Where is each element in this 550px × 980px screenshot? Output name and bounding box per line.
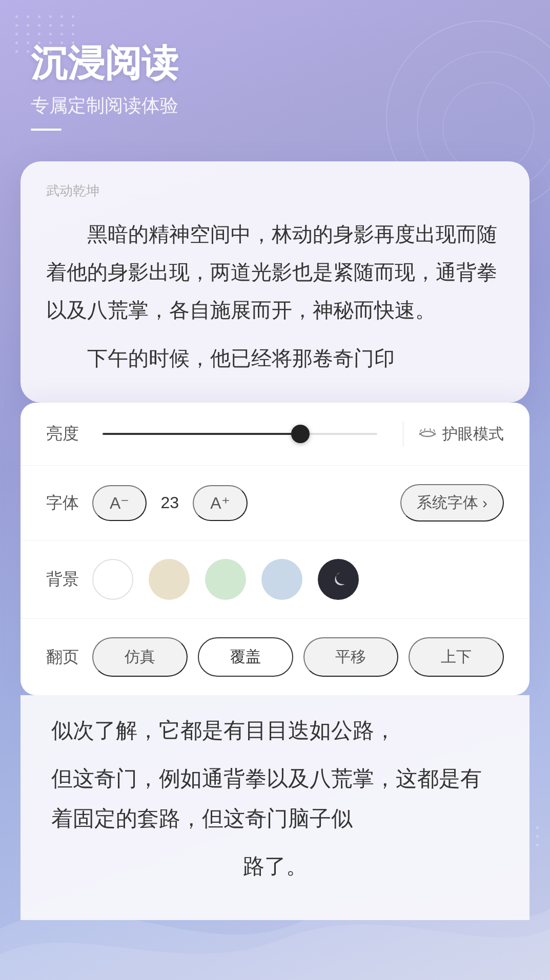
settings-panel: 亮度 <box>21 403 529 695</box>
font-label: 字体 <box>46 492 92 514</box>
subtitle: 专属定制阅读体验 <box>31 93 519 118</box>
bottom-text: 似次了解，它都是有目目迭如公路， 但这奇门，例如通背拳以及八荒掌，这都是有着固定… <box>51 711 499 886</box>
page-turn-slide[interactable]: 平移 <box>303 637 399 677</box>
background-options <box>92 559 504 600</box>
background-row: 背景 <box>21 540 529 619</box>
page-turn-row: 翻页 仿真 覆盖 平移 上下 <box>21 619 529 695</box>
reading-text: 黑暗的精神空间中，林动的身影再度出现而随着他的身影出现，两道光影也是紧随而现，通… <box>46 215 504 377</box>
bg-option-dark[interactable] <box>318 559 359 600</box>
page-turn-options: 仿真 覆盖 平移 上下 <box>92 637 504 677</box>
svg-line-0 <box>420 430 421 431</box>
book-title: 武动乾坤 <box>46 182 504 200</box>
paragraph-1: 黑暗的精神空间中，林动的身影再度出现而随着他的身影出现，两道光影也是紧随而现，通… <box>46 215 504 329</box>
paragraph-2: 下午的时候，他已经将那卷奇门印 <box>46 339 504 377</box>
bottom-paragraph-2: 但这奇门，例如通背拳以及八荒掌，这都是有着固定的套路，但这奇门脑子似 <box>51 759 499 838</box>
page-turn-label: 翻页 <box>46 646 92 669</box>
eye-icon <box>419 426 436 442</box>
moon-icon <box>330 570 347 590</box>
font-row: 字体 A⁻ 23 A⁺ 系统字体 › <box>21 466 529 540</box>
bg-option-green[interactable] <box>205 559 246 600</box>
font-size-display: 23 <box>157 493 182 512</box>
brightness-row: 亮度 <box>21 403 529 466</box>
title-section: 沉浸阅读 专属定制阅读体验 <box>31 41 519 131</box>
slider-thumb[interactable] <box>291 425 310 443</box>
slider-fill <box>103 433 300 435</box>
font-family-label: 系统字体 <box>417 492 478 513</box>
main-content: 沉浸阅读 专属定制阅读体验 武动乾坤 黑暗的精神空间中，林动的身影再度出现而随着… <box>0 0 550 920</box>
main-title: 沉浸阅读 <box>31 41 519 85</box>
bottom-reading-section: 似次了解，它都是有目目迭如公路， 但这奇门，例如通背拳以及八荒掌，这都是有着固定… <box>21 695 529 920</box>
bg-option-white[interactable] <box>92 559 133 600</box>
eye-mode-button[interactable]: 护眼模式 <box>419 424 504 445</box>
slider-track <box>103 433 377 435</box>
brightness-slider-container[interactable] <box>92 433 388 435</box>
title-divider <box>31 129 62 131</box>
chevron-right-icon: › <box>482 494 487 512</box>
bg-option-beige[interactable] <box>149 559 190 600</box>
bottom-paragraph-1: 似次了解，它都是有目目迭如公路， <box>51 711 499 750</box>
vertical-divider <box>403 421 403 447</box>
page-turn-updown[interactable]: 上下 <box>409 637 504 677</box>
font-decrease-button[interactable]: A⁻ <box>92 485 147 521</box>
font-controls: A⁻ 23 A⁺ 系统字体 › <box>92 484 504 522</box>
eye-mode-label: 护眼模式 <box>442 424 504 445</box>
font-increase-button[interactable]: A⁺ <box>193 485 247 521</box>
background-label: 背景 <box>46 568 92 591</box>
page-turn-simulation[interactable]: 仿真 <box>92 637 188 677</box>
svg-line-2 <box>430 429 431 430</box>
font-family-button[interactable]: 系统字体 › <box>400 484 504 522</box>
reading-card: 武动乾坤 黑暗的精神空间中，林动的身影再度出现而随着他的身影出现，两道光影也是紧… <box>21 161 529 403</box>
svg-line-1 <box>424 429 425 430</box>
page-turn-cover[interactable]: 覆盖 <box>198 637 293 677</box>
svg-line-3 <box>434 430 435 431</box>
bg-option-blue[interactable] <box>261 559 302 600</box>
brightness-controls: 护眼模式 <box>92 421 504 447</box>
brightness-label: 亮度 <box>46 423 92 445</box>
bottom-paragraph-3: 路了。 <box>51 846 499 886</box>
